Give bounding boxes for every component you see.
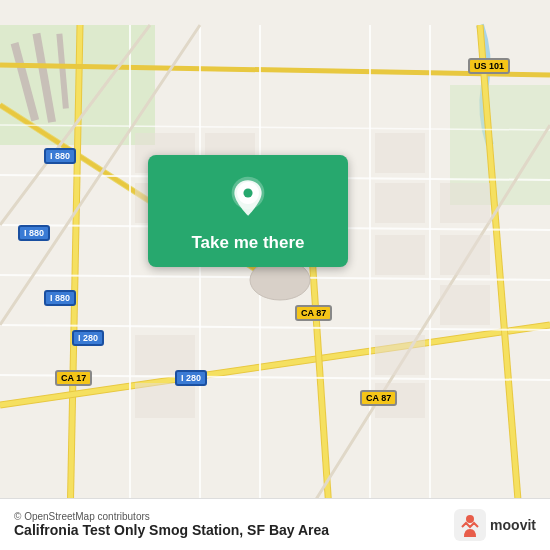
svg-rect-12 — [375, 235, 425, 275]
svg-rect-15 — [135, 383, 195, 418]
bottom-bar-info: © OpenStreetMap contributors Califronia … — [14, 511, 329, 538]
svg-rect-19 — [440, 285, 490, 325]
svg-rect-13 — [135, 335, 195, 375]
svg-rect-18 — [440, 235, 490, 275]
highway-label-us101: US 101 — [468, 58, 510, 74]
moovit-text: moovit — [490, 517, 536, 533]
svg-rect-9 — [375, 133, 425, 173]
svg-rect-17 — [440, 183, 490, 223]
bottom-bar: © OpenStreetMap contributors Califronia … — [0, 498, 550, 550]
map-container: US 101 I 880 I 880 I 880 I 280 I 280 CA … — [0, 0, 550, 550]
highway-label-ca87-1: CA 87 — [295, 305, 332, 321]
svg-rect-11 — [375, 183, 425, 223]
moovit-logo: moovit — [454, 509, 536, 541]
svg-point-24 — [466, 515, 474, 523]
map-attribution: © OpenStreetMap contributors — [14, 511, 329, 522]
highway-label-ca87-2: CA 87 — [360, 390, 397, 406]
location-name: Califronia Test Only Smog Station, SF Ba… — [14, 522, 329, 538]
svg-point-22 — [243, 188, 252, 197]
highway-label-i880-2: I 880 — [18, 225, 50, 241]
location-pin-icon — [223, 173, 273, 223]
highway-label-i280-1: I 280 — [72, 330, 104, 346]
road-layer — [0, 0, 550, 550]
highway-label-i880-3: I 880 — [44, 290, 76, 306]
moovit-icon — [454, 509, 486, 541]
take-me-there-button[interactable]: Take me there — [191, 233, 304, 253]
svg-rect-14 — [375, 335, 425, 375]
take-me-there-card[interactable]: Take me there — [148, 155, 348, 267]
highway-label-ca17: CA 17 — [55, 370, 92, 386]
highway-label-i280-2: I 280 — [175, 370, 207, 386]
highway-label-i880-1: I 880 — [44, 148, 76, 164]
